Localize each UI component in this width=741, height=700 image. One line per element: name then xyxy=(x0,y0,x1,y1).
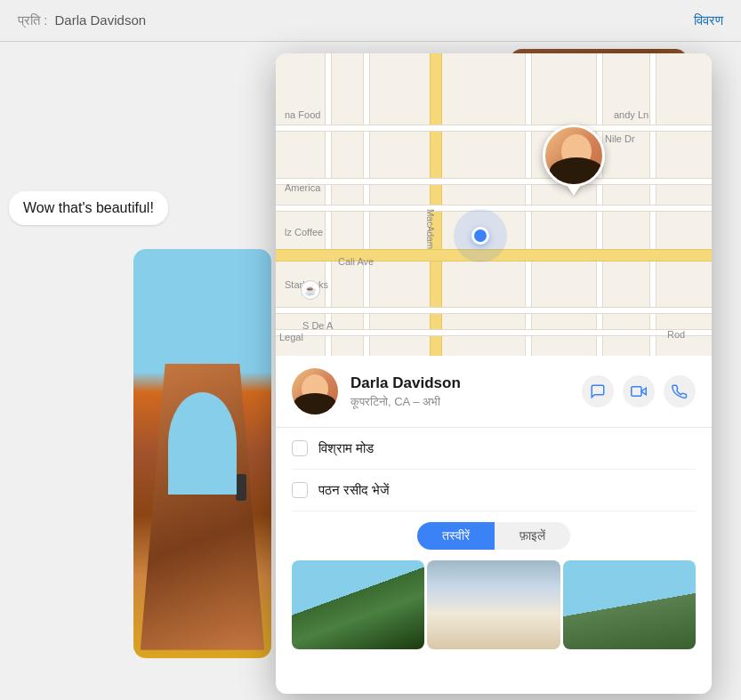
chat-bubble: Wow that's beautiful! xyxy=(9,191,168,225)
arch-person-figure xyxy=(236,474,246,501)
contact-location-pin xyxy=(543,125,605,196)
contact-location: कूपरटिनो, CA – अभी xyxy=(350,395,569,409)
contact-info-text: Darla Davidson कूपरटिनो, CA – अभी xyxy=(350,374,569,409)
map-label-cali: Cali Ave xyxy=(338,256,374,267)
map-road-h5 xyxy=(276,329,712,336)
location-dot xyxy=(471,227,489,245)
starbucks-marker: ☕ xyxy=(301,280,320,300)
photo-thumbnail-grid xyxy=(276,560,712,694)
contact-avatar xyxy=(292,368,338,414)
svg-rect-1 xyxy=(632,387,641,397)
to-label: प्रति : xyxy=(18,12,47,28)
map-label-macadam: MacAdam xyxy=(425,209,435,249)
detail-panel: na Food America lz Coffee Starbucks Cali… xyxy=(276,53,712,694)
files-tab[interactable]: फ़ाइलें xyxy=(495,522,570,550)
map-label-coffee: lz Coffee xyxy=(285,227,323,237)
read-receipt-row: पठन रसीद भेजें xyxy=(292,470,696,511)
arch-photo xyxy=(133,249,271,658)
map-road-h3 xyxy=(276,205,712,212)
thumbnail-1[interactable] xyxy=(292,560,424,649)
map-label-rod: Rod xyxy=(667,329,685,340)
map-road-h4 xyxy=(276,307,712,314)
do-not-disturb-checkbox[interactable] xyxy=(292,440,308,456)
map-section: na Food America lz Coffee Starbucks Cali… xyxy=(276,53,712,356)
map-label-legal: Legal xyxy=(279,332,303,342)
media-tabs: तस्वीरें फ़ाइलें xyxy=(276,511,712,560)
recipient-name: Darla Davidson xyxy=(55,12,147,28)
messages-to-field: प्रति : Darla Davidson xyxy=(18,12,146,28)
do-not-disturb-row: विश्राम मोड xyxy=(292,428,696,470)
contact-pin-avatar xyxy=(543,125,605,187)
svg-marker-0 xyxy=(641,388,646,395)
contact-pin-triangle xyxy=(567,185,581,196)
map-road-h2 xyxy=(276,178,712,185)
map-road-h1 xyxy=(276,125,712,132)
detail-link[interactable]: विवरण xyxy=(694,12,723,28)
contact-actions xyxy=(582,375,696,407)
map-label-food: na Food xyxy=(285,109,320,120)
read-receipt-label: पठन रसीद भेजें xyxy=(318,482,390,498)
contact-info-section: Darla Davidson कूपरटिनो, CA – अभी xyxy=(276,356,712,428)
thumbnail-2[interactable] xyxy=(427,560,560,649)
map-label-nile: Nile Dr xyxy=(605,133,635,144)
message-action-button[interactable] xyxy=(582,375,614,407)
map-label-america: America xyxy=(285,182,320,193)
contact-name: Darla Davidson xyxy=(350,374,569,392)
checkbox-section: विश्राम मोड पठन रसीद भेजें xyxy=(276,428,712,511)
chat-bubble-text: Wow that's beautiful! xyxy=(23,200,154,215)
photos-tab[interactable]: तस्वीरें xyxy=(417,522,495,550)
video-action-button[interactable] xyxy=(623,375,655,407)
read-receipt-checkbox[interactable] xyxy=(292,482,308,498)
phone-action-button[interactable] xyxy=(664,375,696,407)
do-not-disturb-label: विश्राम मोड xyxy=(318,440,374,456)
thumbnail-3[interactable] xyxy=(563,560,696,649)
map-label-sdea: S De A xyxy=(302,320,333,331)
map-label-andy: andy Ln xyxy=(614,109,648,120)
messages-header: प्रति : Darla Davidson विवरण xyxy=(0,0,741,42)
